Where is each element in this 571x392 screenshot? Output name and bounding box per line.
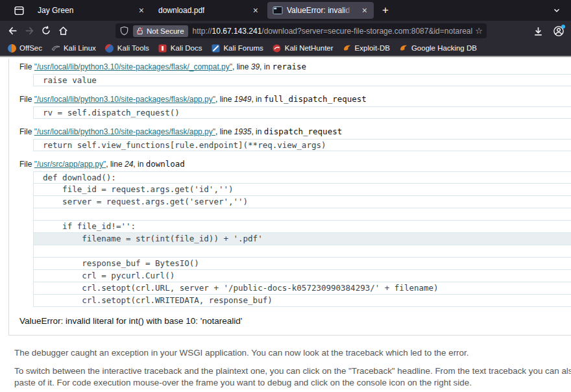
code-line[interactable]: if file_id!='': (33, 221, 571, 233)
code-line[interactable]: crl.setopt(crl.URL, server + '/public-do… (33, 282, 571, 295)
tab-jay-green[interactable]: Jay Green × (32, 2, 151, 19)
code-line[interactable]: file_id = request.args.get('id','') (33, 184, 571, 196)
tab-download-pdf[interactable]: download.pdf × (153, 2, 265, 19)
exception-message: ValueError: invalid literal for int() wi… (19, 316, 571, 326)
close-icon[interactable]: × (361, 6, 369, 15)
tab-valueerror-active[interactable]: ValueError: invalid literal f × (267, 2, 374, 19)
browser-chrome: Jay Green × download.pdf × ValueError: i… (0, 0, 571, 58)
url-text: http://10.67.143.241/download?server=sec… (193, 27, 473, 36)
downloads-button[interactable] (529, 23, 546, 40)
back-arrow-icon (7, 25, 18, 36)
code-line-current[interactable]: filename = str(int(file_id)) + '.pdf' (33, 233, 571, 245)
bookmark-kali-nethunter[interactable]: Kali NetHunter (268, 42, 338, 55)
bookmark-label: Exploit-DB (355, 44, 390, 52)
frame-line-number: 24 (125, 160, 133, 169)
url-bar[interactable]: Not Secure http://10.67.143.241/download… (115, 23, 487, 38)
account-notification-dot (561, 25, 565, 29)
code-line[interactable]: server = request.args.get('server','') (33, 196, 571, 208)
frame-file-path[interactable]: "/usr/local/lib/python3.10/site-packages… (34, 95, 215, 104)
firefox-view-button[interactable] (9, 2, 29, 19)
tracking-protection-shield-icon[interactable] (119, 26, 130, 36)
list-all-tabs-button[interactable] (548, 2, 566, 19)
code-line[interactable]: def download(): (33, 171, 571, 184)
traceback-frame: File "/usr/local/lib/python3.10/site-pac… (19, 125, 571, 151)
bookmark-exploit-db[interactable]: Exploit-DB (338, 42, 395, 55)
broken-lock-icon (136, 27, 144, 35)
traceback-frame: File "/usr/src/app/app.py", line 24, in … (19, 158, 571, 307)
close-icon[interactable]: × (138, 6, 145, 15)
download-icon (533, 26, 544, 37)
explanation-paragraph: To switch between the interactive traceb… (14, 365, 571, 389)
home-button[interactable] (55, 22, 71, 39)
url-host: 10.67.143.241 (212, 27, 262, 36)
forward-arrow-icon (24, 25, 35, 36)
bookmark-kali-forums[interactable]: Kali Forums (206, 42, 267, 55)
kali-docs-icon (158, 43, 167, 53)
offsec-icon (7, 43, 16, 53)
code-line[interactable]: raise value (33, 74, 571, 86)
kali-dragon-icon (51, 43, 60, 53)
traceback-container: File "/usr/local/lib/python3.10/site-pac… (8, 58, 571, 336)
frame-file-path[interactable]: "/usr/local/lib/python3.10/site-packages… (34, 62, 232, 71)
frame-header: File "/usr/local/lib/python3.10/site-pac… (19, 60, 571, 73)
debugger-explanation: The debugger caught an exception in your… (14, 348, 571, 392)
source-lines: def download(): file_id = request.args.g… (33, 171, 571, 307)
frame-file-path[interactable]: "/usr/src/app/app.py" (34, 160, 106, 169)
chevron-down-icon (552, 6, 561, 15)
firefox-view-icon (14, 5, 25, 16)
google-hacking-db-icon (399, 43, 408, 53)
terminal-favicon-icon (273, 5, 283, 16)
bookmark-label: OffSec (19, 44, 42, 52)
frame-function-name: download (146, 159, 185, 169)
bookmark-kali-tools[interactable]: Kali Tools (101, 42, 154, 55)
kali-forums-icon (211, 43, 220, 53)
tab-title: ValueError: invalid literal f (287, 6, 352, 15)
bookmark-star-icon[interactable]: ☆ (475, 26, 483, 36)
reload-button[interactable] (38, 22, 55, 39)
bookmark-label: Google Hacking DB (411, 44, 477, 52)
bookmark-label: Kali Docs (171, 44, 202, 52)
not-secure-chip[interactable]: Not Secure (133, 25, 188, 37)
page-content: File "/usr/local/lib/python3.10/site-pac… (0, 58, 571, 392)
bookmark-kali-docs[interactable]: Kali Docs (154, 42, 207, 55)
tab-bar: Jay Green × download.pdf × ValueError: i… (0, 0, 571, 21)
code-line[interactable]: crl.setopt(crl.WRITEDATA, response_buf) (33, 295, 571, 307)
tab-title: download.pdf (158, 6, 204, 15)
traceback-frame: File "/usr/local/lib/python3.10/site-pac… (19, 93, 571, 119)
frame-function-name: full_dispatch_request (264, 94, 367, 104)
new-tab-button[interactable]: + (376, 2, 395, 19)
frame-function-name: reraise (272, 62, 306, 71)
frame-header: File "/usr/local/lib/python3.10/site-pac… (19, 93, 571, 106)
reload-icon (41, 25, 51, 36)
explanation-line: To switch between the interactive traceb… (14, 365, 571, 377)
code-line[interactable]: response_buf = BytesIO() (33, 258, 571, 270)
source-lines: return self.view_functions[rule.endpoint… (33, 139, 571, 151)
bookmark-offsec[interactable]: OffSec (3, 42, 47, 55)
close-icon[interactable]: × (252, 6, 260, 15)
account-button[interactable] (550, 23, 567, 40)
kali-nethunter-icon (273, 43, 282, 53)
frame-file-path[interactable]: "/usr/local/lib/python3.10/site-packages… (34, 127, 215, 136)
explanation-paragraph: The debugger caught an exception in your… (14, 348, 571, 358)
code-line[interactable]: return self.view_functions[rule.endpoint… (33, 139, 571, 151)
bookmark-kali-linux[interactable]: Kali Linux (47, 42, 101, 55)
traceback-frame: File "/usr/local/lib/python3.10/site-pac… (19, 60, 571, 86)
bookmarks-toolbar: OffSec Kali Linux Kali Tools Kali Docs K… (0, 40, 571, 57)
code-line[interactable] (33, 245, 571, 258)
bookmark-label: Kali Linux (64, 44, 96, 52)
frame-line-number: 1935 (234, 127, 252, 136)
code-line[interactable] (33, 208, 571, 221)
frame-line-number: 39 (251, 62, 260, 71)
bookmark-label: Kali NetHunter (285, 44, 334, 52)
code-line[interactable]: crl = pycurl.Curl() (33, 270, 571, 282)
exploit-db-icon (343, 43, 352, 53)
not-secure-label: Not Secure (147, 27, 184, 35)
forward-button[interactable] (21, 22, 38, 39)
bookmark-label: Kali Forums (223, 44, 263, 52)
code-line[interactable]: rv = self.dispatch_request() (33, 106, 571, 119)
home-icon (58, 25, 69, 36)
bookmark-google-hacking-db[interactable]: Google Hacking DB (395, 42, 481, 55)
frame-header: File "/usr/local/lib/python3.10/site-pac… (19, 125, 571, 138)
back-button[interactable] (4, 22, 21, 39)
source-lines: rv = self.dispatch_request() (33, 106, 571, 119)
